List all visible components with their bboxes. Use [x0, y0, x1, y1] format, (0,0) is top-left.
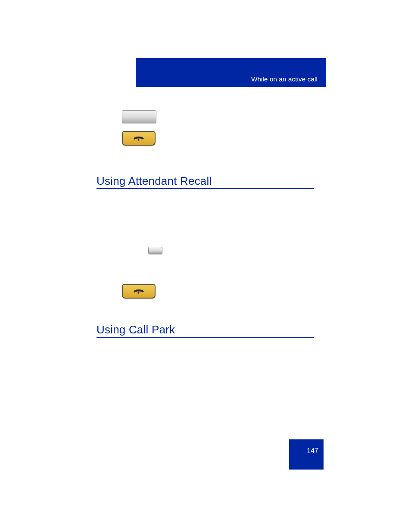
goodbye-button-icon	[122, 131, 156, 146]
soft-key-mini-icon	[148, 247, 162, 254]
section-header-bar: While on an active call	[136, 58, 326, 87]
handset-down-icon	[132, 287, 145, 295]
document-page: While on an active call Using Attendant …	[0, 0, 411, 532]
heading-attendant-recall: Using Attendant Recall	[97, 174, 212, 188]
heading-rule	[97, 337, 314, 338]
page-number-box: 147	[289, 439, 324, 470]
heading-call-park: Using Call Park	[97, 323, 175, 336]
goodbye-button-icon	[122, 284, 156, 299]
heading-rule	[97, 188, 314, 189]
page-number: 147	[307, 447, 318, 455]
soft-key-button-icon	[122, 110, 156, 123]
section-header-label: While on an active call	[251, 75, 318, 83]
handset-down-icon	[132, 134, 145, 142]
